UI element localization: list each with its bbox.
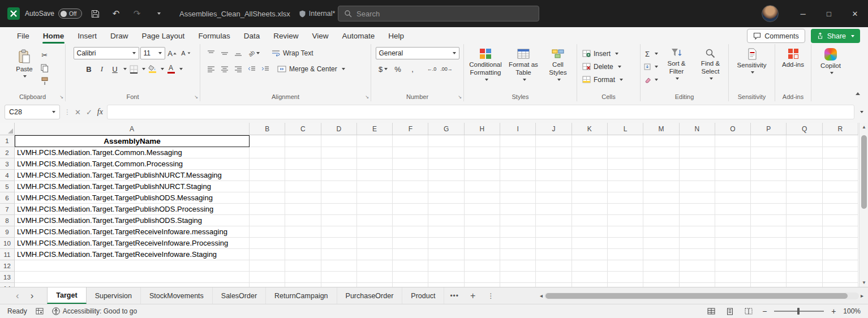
cell-H7[interactable] [465,204,500,215]
scroll-up-button[interactable]: ▲ [860,123,868,131]
cell-B4[interactable] [250,170,285,181]
cell-J7[interactable] [536,204,571,215]
percent-format-button[interactable]: % [392,63,404,75]
cell-O14[interactable] [715,283,751,287]
cell-I2[interactable] [500,147,536,158]
maximize-button[interactable]: □ [816,0,842,27]
cell-G10[interactable] [428,238,464,249]
cell-A6[interactable]: LVMH.PCIS.Mediation.Target.TargetPublish… [15,192,250,204]
sort-filter-button[interactable]: Sort & Filter [660,47,693,81]
cell-O8[interactable] [715,215,751,226]
addins-button[interactable]: Add-ins [780,47,806,70]
cell-E8[interactable] [357,215,393,226]
cell-C6[interactable] [285,192,321,204]
sensitivity-chip[interactable]: Internal* [299,10,344,18]
cell-O7[interactable] [715,204,751,215]
cell-P14[interactable] [751,283,787,287]
menu-help[interactable]: Help [381,27,411,44]
cell-H6[interactable] [465,192,500,204]
cell-L12[interactable] [608,260,643,272]
column-header-J[interactable]: J [536,123,571,135]
cell-B8[interactable] [250,215,285,226]
cell-R8[interactable] [823,215,858,226]
row-header-14[interactable]: 14 [0,283,15,287]
cell-P6[interactable] [751,192,787,204]
align-top-button[interactable] [205,47,217,59]
cell-K7[interactable] [572,204,608,215]
column-header-F[interactable]: F [393,123,428,135]
zoom-level[interactable]: 100% [843,307,861,315]
cell-I8[interactable] [500,215,536,226]
cell-R6[interactable] [823,192,858,204]
column-header-A[interactable]: A [15,123,250,135]
cell-O3[interactable] [715,158,751,170]
comma-format-button[interactable]: , [406,63,419,75]
cell-E10[interactable] [357,238,393,249]
cell-Q8[interactable] [787,215,822,226]
cell-E7[interactable] [357,204,393,215]
cell-G8[interactable] [428,215,464,226]
cell-A14[interactable] [15,283,250,287]
sheet-tab-salesorder[interactable]: SalesOrder [213,287,266,304]
currency-format-button[interactable]: $ [377,63,389,75]
cell-E6[interactable] [357,192,393,204]
sheet-tab-stockmovements[interactable]: StockMovements [141,287,213,304]
cell-A5[interactable]: LVMH.PCIS.Mediation.Target.TargetPublish… [15,181,250,192]
copy-button[interactable] [38,62,51,74]
cell-F6[interactable] [393,192,428,204]
column-header-B[interactable]: B [250,123,285,135]
cell-L1[interactable] [608,135,643,147]
sheet-tab-returncampaign[interactable]: ReturnCampaign [266,287,337,304]
cell-H11[interactable] [465,249,500,260]
cell-B10[interactable] [250,238,285,249]
comments-button[interactable]: Comments [747,29,805,43]
font-name-select[interactable]: Calibri [74,47,139,59]
cell-A10[interactable]: LVMH.PCIS.Mediation.Target.TargetReceive… [15,238,250,249]
cell-P11[interactable] [751,249,787,260]
cell-G7[interactable] [428,204,464,215]
cell-D1[interactable] [321,135,357,147]
cell-C2[interactable] [285,147,321,158]
cell-Q10[interactable] [787,238,822,249]
cell-M6[interactable] [643,192,679,204]
cell-G14[interactable] [428,283,464,287]
column-header-K[interactable]: K [572,123,608,135]
cell-I4[interactable] [500,170,536,181]
share-button[interactable]: Share [811,29,860,43]
cell-O5[interactable] [715,181,751,192]
cell-C7[interactable] [285,204,321,215]
row-header-4[interactable]: 4 [0,170,15,181]
cell-K4[interactable] [572,170,608,181]
cell-Q14[interactable] [787,283,822,287]
cell-L4[interactable] [608,170,643,181]
cell-C10[interactable] [285,238,321,249]
cell-H14[interactable] [465,283,500,287]
cut-button[interactable]: ✂ [38,49,51,61]
cell-F2[interactable] [393,147,428,158]
macro-record-icon[interactable] [36,308,44,315]
cell-L13[interactable] [608,272,643,283]
cell-H5[interactable] [465,181,500,192]
cancel-formula-button[interactable]: ✕ [75,108,81,117]
select-all-corner[interactable] [0,123,15,135]
cell-B7[interactable] [250,204,285,215]
save-button[interactable] [87,6,103,22]
conditional-formatting-button[interactable]: Conditional Formatting [466,47,505,82]
row-header-7[interactable]: 7 [0,204,15,215]
align-bottom-button[interactable] [232,47,244,59]
align-right-button[interactable] [232,63,244,75]
row-header-11[interactable]: 11 [0,249,15,260]
cell-B9[interactable] [250,226,285,238]
cell-Q2[interactable] [787,147,822,158]
column-header-D[interactable]: D [321,123,357,135]
cell-F7[interactable] [393,204,428,215]
cell-F13[interactable] [393,272,428,283]
cell-H13[interactable] [465,272,500,283]
cell-M4[interactable] [643,170,679,181]
cell-G11[interactable] [428,249,464,260]
font-dialog-launcher[interactable]: ↘ [194,95,198,100]
cell-E2[interactable] [357,147,393,158]
align-left-button[interactable] [205,63,217,75]
wrap-text-button[interactable]: Wrap Text [272,49,313,57]
cell-I14[interactable] [500,283,536,287]
